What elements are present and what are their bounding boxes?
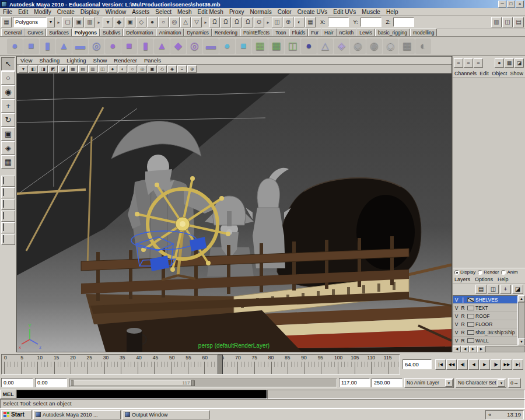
panel-toolbar-icon[interactable]: ▦ [68, 65, 78, 73]
shelf-tab[interactable]: Subdivs [100, 29, 123, 36]
selection-mask-icon[interactable]: ○ [158, 17, 169, 27]
menu-set-dropdown[interactable]: Polygons ▼ [13, 17, 55, 27]
window-control-button[interactable]: × [516, 1, 524, 8]
playback-button[interactable]: ◀ [468, 359, 479, 370]
hscroll-track[interactable] [485, 346, 525, 352]
shelf-tool-icon[interactable]: ▬ [203, 38, 219, 54]
layer-row[interactable]: V R TEXT [453, 304, 517, 312]
shelf-tool-icon[interactable]: ▮ [40, 38, 55, 54]
toolbox-tool-icon[interactable]: ◉ [1, 85, 15, 99]
shelf-tab[interactable]: modelling [410, 29, 437, 36]
taskbar-task-button[interactable]: Autodesk Maya 2010 ... [33, 410, 121, 419]
panel-menu-item[interactable]: View [17, 57, 36, 64]
layer-menu-item[interactable]: Options [475, 276, 493, 283]
shelf-tool-icon[interactable]: ▲ [56, 38, 72, 54]
shelf-tool-icon[interactable]: ■ [121, 38, 137, 54]
shelf-tool-icon[interactable]: ▦ [268, 38, 284, 54]
panel-menu-item[interactable]: Renderer [110, 57, 141, 64]
list-toggle-icon[interactable]: ≡ [454, 58, 463, 68]
layer-name[interactable]: WALL [475, 338, 489, 344]
layer-visibility-toggle[interactable]: V [453, 321, 460, 327]
group-divider-icon[interactable]: ▸ [56, 20, 61, 25]
shelf-tool-icon[interactable]: ◈ [334, 38, 349, 54]
shelf-tab[interactable]: Toon [272, 29, 289, 36]
toolbox-tool-icon[interactable]: ○ [1, 71, 15, 85]
layer-name[interactable]: TEXT [475, 305, 488, 311]
snap-icon[interactable]: Ω [243, 17, 253, 27]
scrollbar-track[interactable] [518, 302, 525, 338]
layer-visibility-toggle[interactable]: V [453, 297, 460, 303]
layer-mode-radio[interactable]: Render [478, 270, 499, 275]
playback-button[interactable]: ▶▶ [502, 359, 512, 370]
layer-name[interactable]: SHELVES [475, 297, 498, 303]
layer-visibility-toggle[interactable]: V [453, 313, 460, 319]
channel-box-menu-item[interactable]: Show [510, 70, 523, 77]
panel-toolbar-icon[interactable]: ◎ [138, 65, 147, 73]
menu-item[interactable]: Create UVs [295, 8, 331, 16]
shelf-tab[interactable]: basic_rigging [375, 29, 410, 36]
layout-split-left-button[interactable] [1, 222, 15, 233]
toolbox-tool-icon[interactable]: ↻ [1, 113, 15, 127]
playback-button[interactable]: ▶| [513, 359, 523, 370]
mel-toggle-button[interactable]: MEL [0, 390, 16, 399]
layer-color-swatch[interactable] [467, 314, 474, 318]
layer-row[interactable]: V R ROOF [453, 312, 517, 320]
scroll-down-icon[interactable]: ▼ [518, 338, 525, 345]
range-start-handle[interactable] [71, 380, 74, 386]
menu-item[interactable]: File [0, 8, 15, 16]
layer-visibility-toggle[interactable]: V [453, 338, 460, 344]
shelf-tab[interactable]: Fur [308, 29, 321, 36]
panel-menu-item[interactable]: Show [90, 57, 111, 64]
layer-render-toggle[interactable]: R [460, 330, 466, 335]
manip-toggle-icon[interactable]: ● [495, 58, 504, 68]
selection-mask-icon[interactable]: ◇ [136, 17, 146, 27]
manip-toggle-icon[interactable]: ◪ [514, 58, 524, 68]
selection-mask-icon[interactable]: ◎ [169, 17, 180, 27]
toolbox-tool-icon[interactable]: ↖ [1, 57, 15, 71]
layer-menu-item[interactable]: Help [498, 276, 509, 283]
shelf-tool-icon[interactable]: ▲ [154, 38, 170, 54]
file-action-icon[interactable]: ▢ [62, 17, 73, 27]
shelf-tab[interactable]: Lewis [356, 29, 375, 36]
shelf-tab[interactable]: General [1, 29, 24, 36]
layer-row[interactable]: V R FLOOR [453, 320, 517, 328]
list-toggle-icon[interactable]: ≡ [464, 58, 473, 68]
shelf-tool-icon[interactable]: ▮ [138, 38, 153, 54]
menu-set-icon[interactable]: ▦ [1, 17, 12, 27]
layer-render-toggle[interactable]: R [460, 305, 466, 311]
current-frame-marker[interactable] [218, 355, 223, 374]
channel-box-menu-item[interactable]: Edit [480, 70, 489, 77]
panel-toolbar-icon[interactable]: ⊕ [187, 65, 197, 73]
selection-mask-icon[interactable]: ▽ [191, 17, 202, 27]
panel-toolbar-icon[interactable]: ◫ [98, 65, 107, 73]
snap-icon[interactable]: Ω [209, 17, 220, 27]
playback-button[interactable]: |◀ [435, 359, 446, 370]
layer-name[interactable]: ROOF [475, 313, 490, 319]
layer-row[interactable]: V | SHELVES [453, 296, 517, 304]
shelf-tool-icon[interactable]: ◆ [170, 38, 186, 54]
panel-toolbar-icon[interactable]: ● [108, 65, 117, 73]
scroll-up-icon[interactable]: ▲ [518, 295, 525, 302]
toolbox-tool-icon[interactable]: + [1, 99, 15, 113]
render-icon[interactable]: ◫ [272, 17, 282, 27]
shelf-tab[interactable]: Dynamics [184, 29, 211, 36]
layer-render-toggle[interactable]: R [460, 321, 466, 327]
animation-end-field[interactable] [372, 378, 402, 387]
sidebar-toggle-icon[interactable]: ▥ [491, 17, 502, 27]
shelf-tool-icon[interactable]: ● [219, 38, 235, 54]
playback-button[interactable]: ◀◀ [446, 359, 457, 370]
channel-box-menu-item[interactable]: Object [492, 70, 507, 77]
shelf-tab[interactable]: Curves [24, 29, 46, 36]
menu-item[interactable]: Proxy [226, 8, 247, 16]
shelf-tool-icon[interactable]: ◎ [187, 38, 202, 54]
layer-color-swatch[interactable] [467, 338, 474, 343]
channel-box-empty-area[interactable] [453, 78, 525, 268]
layout-single-button[interactable] [1, 176, 15, 187]
shelf-tool-icon[interactable]: ▬ [72, 38, 88, 54]
layout-four-pane-button[interactable] [1, 211, 15, 222]
layout-two-stack-button[interactable] [1, 199, 15, 210]
layout-two-pane-button[interactable] [1, 187, 15, 198]
shelf-tool-icon[interactable]: ▦ [252, 38, 268, 54]
shelf-tool-icon[interactable]: ◎ [89, 38, 104, 54]
selection-mask-icon[interactable]: ● [147, 17, 158, 27]
